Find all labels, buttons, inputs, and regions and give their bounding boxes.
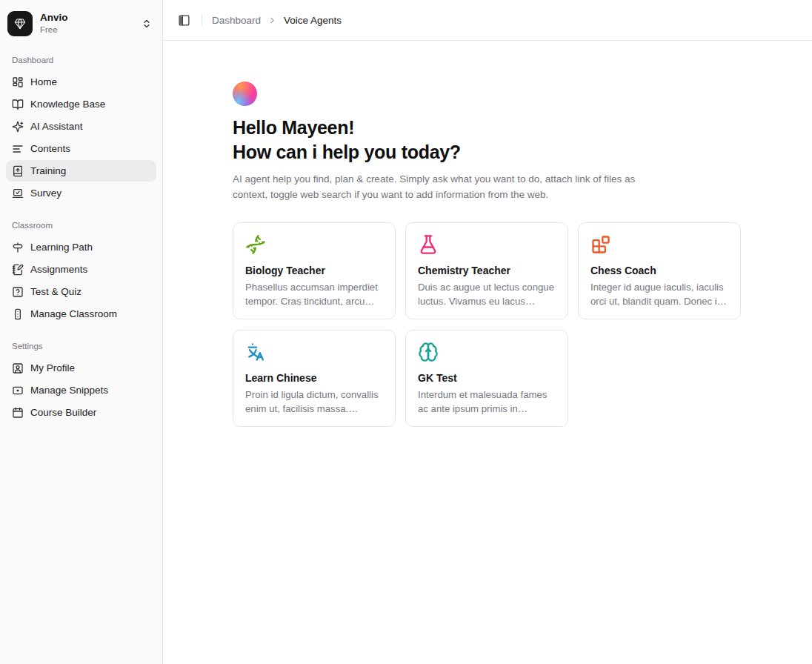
agent-card-description: Integer id augue iaculis, iaculis orci u… xyxy=(590,280,728,309)
agent-card-description: Duis ac augue ut lectus congue luctus. V… xyxy=(418,280,556,309)
dna-icon-wrap xyxy=(245,234,383,255)
question-square-icon xyxy=(12,286,24,298)
panel-left-icon xyxy=(178,14,190,27)
agent-card-title: Learn Chinese xyxy=(245,372,383,384)
sidebar-item-manage-snippets[interactable]: Manage Snippets xyxy=(6,379,156,401)
sidebar-item-label: Manage Classroom xyxy=(30,308,117,319)
sidebar-item-course-builder[interactable]: Course Builder xyxy=(6,402,156,423)
hero-description: AI agent help you find, plan & create. S… xyxy=(233,171,639,203)
languages-icon-wrap xyxy=(245,342,383,362)
dashboard-icon xyxy=(12,76,24,88)
laptop-check-icon xyxy=(12,187,24,199)
calendar-icon xyxy=(12,407,24,419)
ai-gradient-orb xyxy=(233,82,257,106)
sidebar-item-learning-path[interactable]: Learning Path xyxy=(6,236,156,258)
workspace-switcher[interactable]: Anvio Free xyxy=(6,9,156,39)
sidebar-item-ai-assistant[interactable]: AI Assistant xyxy=(6,116,156,137)
sidebar-section-settings: SettingsMy ProfileManage SnippetsCourse … xyxy=(6,342,156,423)
agent-card-title: Chemistry Teacher xyxy=(418,265,556,276)
brand-logo xyxy=(7,11,33,36)
section-label: Classroom xyxy=(6,221,156,230)
greeting-line-1: Hello Mayeen! xyxy=(233,116,797,140)
traffic-light-icon-wrap xyxy=(12,308,24,320)
sidebar-section-dashboard: DashboardHomeKnowledge BaseAI AssistantC… xyxy=(6,56,156,204)
book-open-icon xyxy=(12,99,24,110)
notebook-pen-icon-wrap xyxy=(12,264,24,276)
sidebar-item-label: Home xyxy=(30,76,57,87)
sidebar-item-label: AI Assistant xyxy=(30,121,83,132)
agent-card-title: Biology Teacher xyxy=(245,265,383,276)
sidebar-item-label: Survey xyxy=(30,187,61,199)
sidebar-item-label: Test & Quiz xyxy=(30,286,81,297)
sidebar-item-contents[interactable]: Contents xyxy=(6,138,156,159)
sidebar-item-label: Assignments xyxy=(30,264,87,275)
blocks-icon xyxy=(590,234,611,255)
greeting-line-2: How can i help you today? xyxy=(233,140,797,165)
sidebar-item-my-profile[interactable]: My Profile xyxy=(6,357,156,379)
main-area: DashboardVoice Agents Hello Mayeen! How … xyxy=(163,0,812,664)
agent-card-title: Chess Coach xyxy=(590,265,728,276)
section-label: Settings xyxy=(6,342,156,351)
sidebar-item-home[interactable]: Home xyxy=(6,71,156,93)
sidebar-section-classroom: ClassroomLearning PathAssignmentsTest & … xyxy=(6,221,156,325)
blocks-icon-wrap xyxy=(590,234,728,255)
align-left-icon-wrap xyxy=(12,143,24,155)
page-title: Hello Mayeen! How can i help you today? xyxy=(233,116,797,164)
sidebar-item-label: Manage Snippets xyxy=(30,385,108,396)
flask-icon-wrap xyxy=(418,234,556,255)
sidebar-item-label: Contents xyxy=(30,143,70,154)
sidebar-item-knowledge-base[interactable]: Knowledge Base xyxy=(6,93,156,115)
traffic-light-icon xyxy=(12,308,24,320)
signpost-icon-wrap xyxy=(12,242,24,253)
sidebar-item-label: Course Builder xyxy=(30,407,96,418)
sidebar-item-training[interactable]: Training xyxy=(6,160,156,182)
brain-icon-wrap xyxy=(418,342,556,362)
agent-card-learn-chinese[interactable]: Learn ChineseProin id ligula dictum, con… xyxy=(233,330,396,427)
align-left-icon xyxy=(12,143,24,155)
agent-card-biology-teacher[interactable]: Biology TeacherPhasellus accumsan imperd… xyxy=(233,222,396,319)
breadcrumb-voice-agents: Voice Agents xyxy=(284,15,342,26)
sidebar: Anvio Free DashboardHomeKnowledge BaseAI… xyxy=(0,0,163,664)
app-window: Anvio Free DashboardHomeKnowledge BaseAI… xyxy=(0,0,812,664)
agent-card-chemistry-teacher[interactable]: Chemistry TeacherDuis ac augue ut lectus… xyxy=(405,222,568,319)
breadcrumb: DashboardVoice Agents xyxy=(212,15,342,26)
gem-icon-slot xyxy=(14,18,26,30)
book-open-icon-wrap xyxy=(12,99,24,110)
book-up-icon xyxy=(12,165,24,177)
brand-plan-badge: Free xyxy=(40,24,68,35)
sparkles-icon-wrap xyxy=(12,121,24,133)
agent-card-title: GK Test xyxy=(418,372,556,384)
breadcrumb-dashboard[interactable]: Dashboard xyxy=(212,15,261,26)
laptop-check-icon-wrap xyxy=(12,187,24,199)
sidebar-item-label: My Profile xyxy=(30,362,75,374)
gem-icon xyxy=(14,18,26,30)
agent-card-description: Proin id ligula dictum, convallis enim u… xyxy=(245,388,383,416)
signpost-icon xyxy=(12,242,24,253)
topbar-divider xyxy=(202,14,202,26)
question-square-icon-wrap xyxy=(12,286,24,298)
brand-name: Anvio xyxy=(40,12,68,24)
dashboard-icon-wrap xyxy=(12,76,24,88)
sidebar-item-assignments[interactable]: Assignments xyxy=(6,259,156,280)
sidebar-item-manage-classroom[interactable]: Manage Classroom xyxy=(6,303,156,325)
notebook-pen-icon xyxy=(12,264,24,276)
flask-icon xyxy=(418,234,439,255)
agent-card-grid: Biology TeacherPhasellus accumsan imperd… xyxy=(233,222,797,427)
agent-card-chess-coach[interactable]: Chess CoachInteger id augue iaculis, iac… xyxy=(578,222,741,319)
snippet-square-icon-wrap xyxy=(12,385,24,396)
sidebar-item-test-quiz[interactable]: Test & Quiz xyxy=(6,281,156,302)
sidebar-item-survey[interactable]: Survey xyxy=(6,182,156,204)
user-square-icon-wrap xyxy=(12,362,24,374)
agent-card-description: Interdum et malesuada fames ac ante ipsu… xyxy=(418,388,556,416)
section-label: Dashboard xyxy=(6,56,156,64)
sidebar-item-label: Learning Path xyxy=(30,242,93,253)
sidebar-nav: DashboardHomeKnowledge BaseAI AssistantC… xyxy=(6,56,156,423)
caret-slot xyxy=(142,19,152,29)
agent-card-gk-test[interactable]: GK TestInterdum et malesuada fames ac an… xyxy=(405,330,568,427)
sidebar-toggle-button[interactable] xyxy=(176,13,192,28)
brain-icon xyxy=(418,342,439,362)
topbar: DashboardVoice Agents xyxy=(163,0,812,41)
sidebar-item-label: Knowledge Base xyxy=(30,99,105,110)
book-up-icon-wrap xyxy=(12,165,24,177)
sparkles-icon xyxy=(12,121,24,133)
